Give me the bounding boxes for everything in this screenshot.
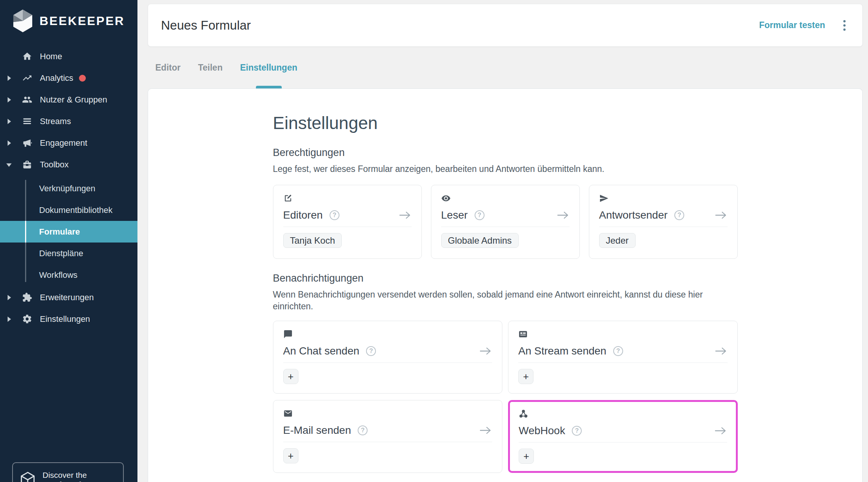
sender-chip[interactable]: Jeder	[599, 233, 636, 248]
form-tabs: Editor Teilen Einstellungen	[148, 47, 297, 88]
kebab-menu-icon[interactable]	[842, 19, 847, 32]
arrow-right-icon[interactable]	[479, 346, 492, 356]
sidebar-item-label: Streams	[40, 117, 71, 126]
header-actions: Formular testen	[759, 19, 847, 32]
card-divider	[519, 442, 727, 443]
reader-chip[interactable]: Globale Admins	[441, 233, 519, 248]
card-title: E-Mail senden	[283, 424, 351, 436]
sidebar-subitem-workflows[interactable]: Workflows	[0, 264, 137, 286]
help-icon[interactable]: ?	[366, 346, 376, 356]
marketplace-banner[interactable]: Discover the Marketplace	[12, 462, 124, 482]
arrow-right-icon[interactable]	[399, 210, 412, 220]
add-stream-notification-button[interactable]: +	[518, 369, 533, 384]
sidebar-item-streams[interactable]: Streams	[0, 110, 137, 132]
page-header: Neues Formular Formular testen	[148, 4, 863, 47]
chevron-right-icon[interactable]	[8, 140, 11, 146]
arrow-right-icon[interactable]	[715, 346, 728, 356]
analytics-icon	[21, 73, 33, 83]
sidebar-item-label: Home	[40, 52, 62, 61]
send-to-chat-card[interactable]: An Chat senden ? +	[273, 321, 503, 394]
eye-icon	[441, 194, 570, 204]
response-senders-card[interactable]: Antwortsender ? Jeder	[589, 185, 738, 259]
sidebar-subitem-label: Workflows	[39, 270, 77, 280]
chevron-right-icon[interactable]	[8, 119, 11, 124]
chevron-right-icon[interactable]	[8, 295, 11, 300]
permissions-heading: Berechtigungen	[273, 147, 738, 159]
readers-card[interactable]: Leser ? Globale Admins	[431, 185, 580, 259]
tab-einstellungen-active[interactable]: Einstellungen	[240, 47, 297, 88]
chevron-right-icon[interactable]	[8, 317, 11, 322]
editor-chip[interactable]: Tanja Koch	[283, 233, 342, 248]
marketplace-box-icon	[19, 471, 36, 482]
help-icon[interactable]: ?	[674, 210, 684, 220]
sidebar-item-toolbox[interactable]: Toolbox	[0, 154, 137, 175]
logo-text: BEEKEEPER	[39, 14, 125, 28]
email-icon	[283, 409, 492, 419]
edit-icon	[283, 194, 412, 204]
editors-card[interactable]: Editoren ? Tanja Koch	[273, 185, 422, 259]
marketplace-line2: Marketplace	[43, 480, 98, 482]
sidebar-item-label: Nutzer & Gruppen	[40, 95, 107, 105]
help-icon[interactable]: ?	[330, 210, 339, 220]
arrow-right-icon[interactable]	[557, 210, 570, 220]
permissions-card-grid: Editoren ? Tanja Koch Leser ?	[273, 185, 738, 259]
help-icon[interactable]: ?	[358, 425, 368, 435]
sidebar-item-label: Erweiterungen	[40, 293, 94, 302]
notifications-heading: Benachrichtigungen	[273, 273, 738, 284]
page-header-title: Neues Formular	[161, 18, 251, 33]
tab-teilen[interactable]: Teilen	[198, 47, 223, 88]
beekeeper-logo[interactable]: BEEKEEPER	[12, 9, 125, 33]
marketplace-line1: Discover the	[43, 470, 98, 480]
chevron-right-icon[interactable]	[8, 76, 11, 81]
notifications-description: Wenn Benachrichtigungen versendet werden…	[273, 289, 729, 312]
webhook-card-highlighted[interactable]: WebHook ? +	[508, 400, 738, 473]
arrow-right-icon[interactable]	[479, 425, 492, 435]
sidebar-item-nutzer-gruppen[interactable]: Nutzer & Gruppen	[0, 89, 137, 110]
sidebar-item-home[interactable]: Home	[0, 46, 137, 67]
sidebar-subitem-label: Formulare	[39, 227, 80, 237]
chat-icon	[283, 329, 492, 340]
card-title: WebHook	[519, 425, 565, 437]
sidebar-subitem-formulare-active[interactable]: Formulare	[0, 221, 137, 243]
users-icon	[21, 95, 33, 105]
tab-editor[interactable]: Editor	[155, 47, 180, 88]
webhook-icon	[519, 409, 727, 420]
sidebar-subitem-verknuepfungen[interactable]: Verknüpfungen	[0, 178, 137, 199]
sidebar-item-label: Einstellungen	[40, 314, 90, 324]
card-title: Antwortsender	[599, 209, 668, 221]
sidebar-nav: Home Analytics Nutzer & Gruppen Streams	[0, 46, 137, 330]
card-divider	[283, 227, 412, 227]
help-icon[interactable]: ?	[572, 426, 582, 436]
card-divider	[518, 362, 728, 363]
add-email-notification-button[interactable]: +	[283, 448, 298, 463]
sidebar-subitem-dokumentbibliothek[interactable]: Dokumentbibliothek	[0, 199, 137, 221]
sidebar-subitem-dienstplaene[interactable]: Dienstpläne	[0, 243, 137, 264]
send-email-card[interactable]: E-Mail senden ? +	[273, 400, 503, 473]
card-title: An Chat senden	[283, 345, 360, 357]
card-title: Editoren	[283, 209, 323, 221]
streams-icon	[21, 116, 33, 126]
send-to-stream-card[interactable]: An Stream senden ? +	[508, 321, 738, 394]
notification-dot	[79, 75, 86, 82]
chevron-right-icon[interactable]	[8, 97, 11, 102]
stream-post-icon	[518, 329, 728, 340]
sidebar-subitem-label: Dienstpläne	[39, 249, 83, 258]
sidebar-item-erweiterungen[interactable]: Erweiterungen	[0, 287, 137, 308]
test-form-button[interactable]: Formular testen	[759, 20, 825, 30]
add-webhook-button[interactable]: +	[519, 449, 534, 464]
sidebar-subitem-label: Dokumentbibliothek	[39, 205, 112, 215]
add-chat-notification-button[interactable]: +	[283, 369, 298, 384]
help-icon[interactable]: ?	[475, 210, 485, 220]
notifications-card-grid: An Chat senden ? + An Stream senden ?	[273, 321, 738, 473]
arrow-right-icon[interactable]	[714, 426, 727, 436]
card-title: An Stream senden	[518, 345, 606, 357]
help-icon[interactable]: ?	[613, 346, 623, 356]
settings-panel: Einstellungen Berechtigungen Lege fest, …	[148, 88, 863, 482]
arrow-right-icon[interactable]	[715, 210, 728, 220]
sidebar-item-einstellungen[interactable]: Einstellungen	[0, 308, 137, 330]
beekeeper-hexagon-icon	[12, 9, 33, 33]
sidebar-item-analytics[interactable]: Analytics	[0, 67, 137, 89]
sidebar-item-engagement[interactable]: Engagement	[0, 132, 137, 154]
chevron-down-icon[interactable]	[6, 163, 12, 167]
marketplace-text: Discover the Marketplace	[43, 470, 98, 482]
